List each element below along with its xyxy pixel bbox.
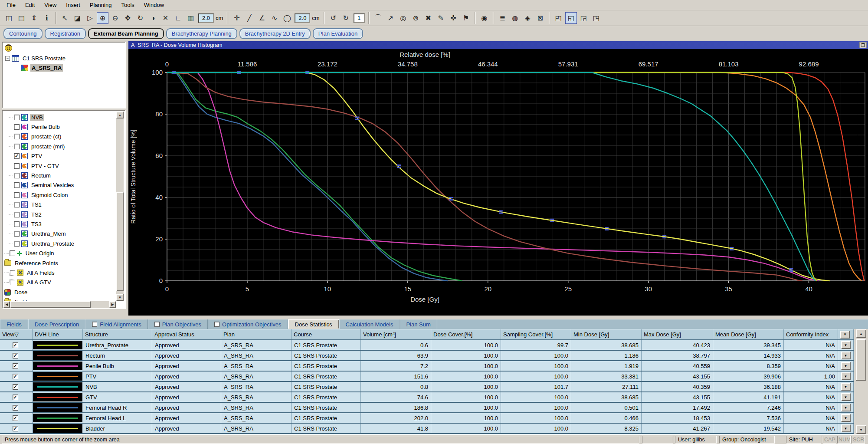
scroll-left-icon[interactable]: ◀ <box>3 301 10 308</box>
tab-checkbox[interactable] <box>92 322 97 327</box>
structure-checkbox[interactable] <box>14 115 20 120</box>
search-contour-icon[interactable]: ◉ <box>478 12 490 24</box>
structure-checkbox[interactable] <box>14 221 20 227</box>
grid-spacing-input[interactable] <box>198 13 214 23</box>
structure-checkbox[interactable] <box>14 192 20 198</box>
table-scroll-up-icon[interactable]: ▲ <box>856 329 866 338</box>
row-dropdown-icon[interactable]: ▼ <box>841 362 851 370</box>
open-patient-icon[interactable]: ◫ <box>3 12 15 24</box>
structure-checkbox[interactable] <box>14 173 20 178</box>
contour-margin-icon[interactable]: ◎ <box>397 12 409 24</box>
view-checkbox[interactable]: ✓ <box>13 342 18 348</box>
tree-item-ts1[interactable]: TS1 <box>9 201 43 209</box>
row-dropdown-icon[interactable]: ▼ <box>841 404 851 411</box>
vscroll-thumb[interactable] <box>116 192 124 291</box>
dose-cloud-icon[interactable]: ◍ <box>509 12 521 24</box>
tab-dose-statistics[interactable]: Dose Statistics <box>288 319 339 329</box>
table-scroll-thumb[interactable] <box>856 339 866 381</box>
tree-item-ts3[interactable]: TS3 <box>9 220 43 228</box>
tab-optimization-objectives[interactable]: Optimization Objectives <box>208 319 288 329</box>
zoom-out-icon[interactable]: ⊖ <box>109 12 121 24</box>
tree-item-reference-points[interactable]: Reference Points <box>4 259 59 267</box>
tab-fields[interactable]: Fields <box>0 319 28 329</box>
view-checkbox[interactable]: ✓ <box>13 405 18 411</box>
tab-checkbox[interactable] <box>154 322 160 327</box>
window-level-icon[interactable]: ◪ <box>72 12 83 24</box>
menu-insert[interactable]: Insert <box>61 1 85 9</box>
table-row[interactable]: ✓Femoral Head LApprovedA_SRS_RAC1 SRS Pr… <box>0 413 854 424</box>
structure-hscrollbar[interactable]: ◀ ▶ <box>3 301 116 308</box>
pointer-select-icon[interactable]: ▷ <box>84 12 96 24</box>
hscroll-thumb[interactable] <box>10 301 91 308</box>
plot-info-icon[interactable]: ◰ <box>553 12 564 24</box>
plan-label[interactable]: A_SRS_RA <box>30 64 63 72</box>
module-tab-brachytherapy-planning[interactable]: Brachytherapy Planning <box>166 28 237 39</box>
dvh-plot-icon[interactable]: ◱ <box>565 12 577 24</box>
structure-checkbox[interactable] <box>14 124 20 130</box>
structure-checkbox[interactable] <box>14 134 20 139</box>
tree-item-all-a-gtv[interactable]: ✕All A GTV <box>4 278 52 287</box>
table-row[interactable]: ✓Urethra_ProstateApprovedA_SRS_RAC1 SRS … <box>0 340 854 351</box>
fields-checkbox[interactable] <box>10 280 15 285</box>
point-measure-icon[interactable]: ✛ <box>231 12 242 24</box>
menu-file[interactable]: File <box>2 1 20 9</box>
expand-3d-icon[interactable]: ⊠ <box>534 12 546 24</box>
structure-checkbox[interactable]: ✓ <box>14 153 20 159</box>
profile-plot-icon[interactable]: ◲ <box>578 12 590 24</box>
row-dropdown-icon[interactable]: ▼ <box>841 424 851 432</box>
tab-plan-objectives[interactable]: Plan Objectives <box>148 319 208 329</box>
scatter-plot-icon[interactable]: ◳ <box>590 12 602 24</box>
module-tab-contouring[interactable]: Contouring <box>3 28 43 39</box>
room-view-icon[interactable]: ◈ <box>522 12 534 24</box>
row-dropdown-icon[interactable]: ▼ <box>841 383 851 391</box>
circle-measure-icon[interactable]: ◯ <box>281 12 293 24</box>
table-row[interactable]: ✓RectumApprovedA_SRS_RAC1 SRS Prostate63… <box>0 351 854 361</box>
tree-item-prostate-mri-[interactable]: prostate (mri) <box>9 142 66 151</box>
tree-item-urethra-prostate[interactable]: Urethra_Prostate <box>9 239 75 248</box>
view-checkbox[interactable]: ✓ <box>13 415 18 421</box>
fields-checkbox[interactable] <box>10 270 15 276</box>
table-row[interactable]: ✓Femoral Head RApprovedA_SRS_RAC1 SRS Pr… <box>0 403 854 413</box>
row-dropdown-icon[interactable]: ▼ <box>841 414 851 422</box>
tree-item-seminal-vesicles[interactable]: Seminal Vesicles <box>9 181 75 190</box>
menu-view[interactable]: View <box>39 1 61 9</box>
menu-window[interactable]: Window <box>139 1 169 9</box>
tree-item-ts2[interactable]: TS2 <box>9 210 43 219</box>
module-tab-plan-evaluation[interactable]: Plan Evaluation <box>313 28 363 39</box>
course-node[interactable]: − C1 SRS Prostate <box>5 54 67 62</box>
view-checkbox[interactable]: ✓ <box>13 363 18 369</box>
tab-dose-prescription[interactable]: Dose Prescription <box>28 319 86 329</box>
pan-icon[interactable]: ✥ <box>122 12 134 24</box>
tab-plan-sum[interactable]: Plan Sum <box>400 319 437 329</box>
approve-stamp-icon[interactable]: ⚑ <box>460 12 472 24</box>
structure-vscrollbar[interactable]: ▲ ▼ <box>116 112 124 301</box>
plane-number-input[interactable] <box>354 13 365 23</box>
scroll-up-icon[interactable]: ▲ <box>116 112 124 118</box>
module-tab-brachytherapy-2d-entry[interactable]: Brachytherapy 2D Entry <box>239 28 311 39</box>
structure-checkbox[interactable] <box>14 231 20 237</box>
angle-measure-icon[interactable]: ∠ <box>256 12 268 24</box>
tree-item-ptv-gtv[interactable]: PTV - GTV <box>9 161 60 170</box>
tree-item-fields[interactable]: Fields <box>4 298 31 301</box>
tree-item-all-a-fields[interactable]: ✕All A Fields <box>4 268 56 277</box>
course-label[interactable]: C1 SRS Prostate <box>21 55 67 62</box>
ruler-icon[interactable]: ∟ <box>172 12 184 24</box>
distance-measure-icon[interactable]: ╱ <box>243 12 255 24</box>
table-row[interactable]: ✓BladderApprovedA_SRS_RAC1 SRS Prostate4… <box>0 424 854 434</box>
structure-checkbox[interactable] <box>14 212 20 217</box>
rotate-view-icon[interactable]: ↻ <box>134 12 146 24</box>
module-tab-external-beam-planning[interactable]: External Beam Planning <box>88 28 164 39</box>
grid-icon[interactable]: ▦ <box>185 12 197 24</box>
rotate-cw-icon[interactable]: ↻ <box>340 12 352 24</box>
collapse-expander-icon[interactable]: − <box>5 56 10 61</box>
tab-calculation-models[interactable]: Calculation Models <box>339 319 400 329</box>
table-row[interactable]: ✓PTVApprovedA_SRS_RAC1 SRS Prostate151.6… <box>0 372 854 382</box>
lasso-tool-icon[interactable]: ✜ <box>448 12 459 24</box>
rotate-ccw-icon[interactable]: ↺ <box>328 12 339 24</box>
table-row[interactable]: ✓Penile BulbApprovedA_SRS_RAC1 SRS Prost… <box>0 361 854 372</box>
dose-planes-icon[interactable]: ≣ <box>497 12 508 24</box>
info-icon[interactable]: ℹ <box>41 12 52 24</box>
view-checkbox[interactable]: ✓ <box>13 374 18 379</box>
contrast-icon[interactable]: ◑ <box>147 12 159 24</box>
draw-contour-icon[interactable]: ✎ <box>435 12 447 24</box>
